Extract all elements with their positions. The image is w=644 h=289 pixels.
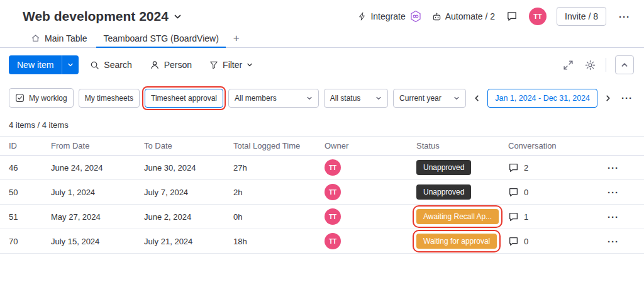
cell-to-date[interactable]: June 30, 2024 (144, 156, 233, 180)
period-dropdown[interactable]: Current year (393, 89, 466, 108)
members-dropdown[interactable]: All members (228, 89, 319, 108)
table-row[interactable]: 51 May 27, 2024 June 2, 2024 0h TT Await… (0, 205, 644, 229)
column-header-status[interactable]: Status (416, 137, 508, 156)
row-menu-button[interactable]: ··· (605, 235, 621, 248)
owner-avatar[interactable]: TT (325, 159, 341, 176)
board-toolbar: New item Search Person (0, 48, 644, 74)
column-header-conversation[interactable]: Conversation (508, 137, 582, 156)
cell-from-date[interactable]: July 1, 2024 (51, 180, 144, 205)
next-period-button[interactable] (602, 93, 614, 104)
add-view-button[interactable]: + (227, 29, 246, 47)
search-icon (90, 60, 99, 70)
filter-button[interactable]: Filter (203, 55, 259, 74)
integrate-label: Integrate (370, 11, 405, 21)
table-row[interactable]: 46 June 24, 2024 June 30, 2024 27h TT Un… (0, 156, 644, 180)
cell-conversation: 2 (508, 156, 582, 180)
cell-id: 70 (0, 229, 51, 254)
column-header-owner[interactable]: Owner (325, 137, 416, 156)
cell-status: Waiting for approval (416, 229, 508, 254)
status-badge[interactable]: Unapproved (416, 160, 471, 175)
cell-to-date[interactable]: July 7, 2024 (144, 180, 233, 205)
filter-row-more-button[interactable]: ··· (619, 91, 635, 105)
user-avatar[interactable]: TT (529, 8, 547, 25)
collapse-header-button[interactable] (615, 55, 634, 74)
row-menu-button[interactable]: ··· (605, 161, 621, 174)
table-row[interactable]: 70 July 15, 2024 July 21, 2024 18h TT Wa… (0, 229, 644, 254)
owner-avatar[interactable]: TT (325, 184, 341, 200)
cell-to-date[interactable]: July 21, 2024 (144, 229, 233, 254)
owner-avatar[interactable]: TT (325, 208, 341, 225)
cell-from-date[interactable]: July 15, 2024 (51, 229, 144, 254)
cell-id: 51 (0, 205, 51, 229)
table-row[interactable]: 50 July 1, 2024 July 7, 2024 2h TT Unapp… (0, 180, 644, 205)
my-worklog-label: My worklog (29, 94, 67, 103)
settings-gear-icon[interactable] (584, 59, 597, 72)
cell-conversation: 0 (508, 229, 582, 254)
conversation-button[interactable]: 2 (508, 162, 582, 173)
integrate-icon (358, 12, 367, 21)
column-header-id[interactable]: ID (0, 137, 51, 156)
cell-owner: TT (325, 156, 416, 180)
my-timesheets-button[interactable]: My timesheets (79, 89, 140, 108)
filter-chevron-down-icon (247, 62, 253, 68)
row-menu-button[interactable]: ··· (605, 186, 621, 199)
integrate-button[interactable]: Integrate (358, 10, 421, 23)
title-chevron-down-icon[interactable] (174, 13, 182, 21)
row-menu-button[interactable]: ··· (605, 210, 621, 224)
status-badge[interactable]: Waiting for approval (416, 234, 497, 249)
fullscreen-icon[interactable] (562, 59, 575, 72)
tab-board-view[interactable]: Teamboard STG (BoardView) (95, 29, 226, 47)
cell-actions: ··· (582, 229, 644, 254)
toolbar-right (562, 55, 634, 74)
invite-button[interactable]: Invite / 8 (557, 7, 606, 26)
my-worklog-button[interactable]: My worklog (9, 88, 74, 108)
column-header-from-date[interactable]: From Date (51, 137, 144, 156)
column-header-to-date[interactable]: To Date (144, 137, 233, 156)
chevron-down-icon (67, 62, 74, 68)
status-dropdown[interactable]: All status (324, 89, 388, 108)
conversation-button[interactable]: 1 (508, 212, 582, 222)
person-label: Person (164, 60, 192, 70)
cell-owner: TT (325, 205, 416, 229)
speech-bubble-icon (508, 236, 519, 247)
board-page: Web development 2024 Integrate Automate … (0, 0, 644, 289)
search-button[interactable]: Search (84, 55, 138, 74)
cell-to-date[interactable]: June 2, 2024 (144, 205, 233, 229)
integrations-hexagon-icon (409, 10, 422, 23)
cell-status: Unapproved (416, 180, 508, 205)
items-count: 4 items / 4 items (0, 108, 644, 130)
tab-main-table[interactable]: Main Table (23, 29, 95, 47)
status-badge[interactable]: Unapproved (416, 184, 471, 200)
table-header-row: ID From Date To Date Total Logged Time O… (0, 137, 644, 156)
conversation-count: 0 (524, 237, 528, 246)
conversation-count: 1 (524, 212, 528, 222)
checkbox-icon (15, 93, 25, 103)
cell-status: Awaiting Recall Ap... (416, 205, 508, 229)
new-item-caret-button[interactable] (62, 55, 79, 74)
search-label: Search (104, 60, 131, 70)
column-header-logged-time[interactable]: Total Logged Time (233, 137, 325, 156)
date-range-button[interactable]: Jan 1, 2024 - Dec 31, 2024 (487, 89, 597, 108)
column-header-actions (582, 137, 644, 156)
timesheet-approval-button[interactable]: Timesheet approval (145, 89, 223, 108)
cell-from-date[interactable]: May 27, 2024 (51, 205, 144, 229)
status-dropdown-value: All status (330, 94, 361, 103)
automate-button[interactable]: Automate / 2 (432, 11, 495, 21)
filter-label: Filter (223, 60, 242, 70)
header-actions: Integrate Automate / 2 TT Invite / 8 ··· (358, 7, 633, 26)
cell-id: 46 (0, 156, 51, 180)
conversation-button[interactable]: 0 (508, 187, 582, 198)
owner-avatar[interactable]: TT (325, 233, 341, 249)
person-filter-button[interactable]: Person (143, 55, 198, 74)
conversation-button[interactable]: 0 (508, 236, 582, 247)
new-item-button[interactable]: New item (9, 55, 62, 74)
status-badge[interactable]: Awaiting Recall Ap... (416, 209, 499, 224)
previous-period-button[interactable] (471, 93, 482, 104)
speech-bubble-icon (508, 162, 519, 173)
cell-from-date[interactable]: June 24, 2024 (51, 156, 144, 180)
cell-conversation: 1 (508, 205, 582, 229)
chat-icon[interactable] (505, 9, 519, 23)
header-more-button[interactable]: ··· (616, 10, 633, 23)
timesheet-table: ID From Date To Date Total Logged Time O… (0, 136, 644, 254)
automate-label: Automate / 2 (445, 11, 495, 21)
